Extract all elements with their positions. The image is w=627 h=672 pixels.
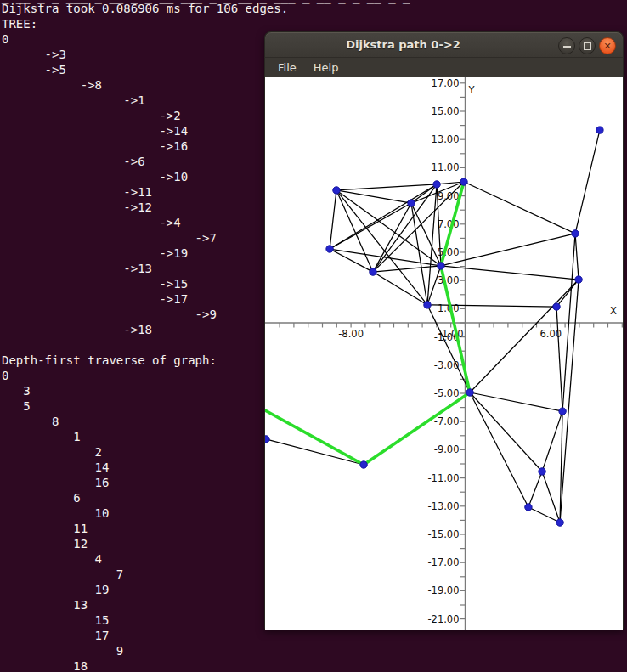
graph-edge <box>464 182 575 234</box>
y-tick-label: -9.00 <box>434 443 460 455</box>
graph-edge <box>470 280 579 392</box>
x-axis-letter: X <box>610 305 617 317</box>
menu-help[interactable]: Help <box>308 59 345 76</box>
graph-node <box>265 436 269 443</box>
x-tick-label: -8.00 <box>338 328 364 340</box>
graph-edge <box>336 190 411 203</box>
graph-node <box>572 230 579 237</box>
graph-edge <box>575 234 579 280</box>
graph-node <box>326 246 333 252</box>
graph-node <box>360 461 367 468</box>
graph-node <box>596 127 603 133</box>
y-tick-label: -13.00 <box>427 500 459 512</box>
graph-edge <box>330 190 336 249</box>
graph-edge <box>427 305 470 392</box>
y-tick-label: 17.00 <box>432 77 460 89</box>
graph-node <box>539 468 545 475</box>
graph-node <box>466 389 473 396</box>
y-tick-label: 15.00 <box>432 105 460 117</box>
menu-bar: File Help <box>264 57 624 77</box>
y-tick-label: 11.00 <box>432 161 460 173</box>
graph-node <box>333 187 340 194</box>
minimize-icon <box>563 46 571 48</box>
shortest-path-edge <box>265 401 364 465</box>
graph-node <box>525 504 532 511</box>
window-controls: ✕ <box>558 37 616 54</box>
graph-node <box>575 276 582 283</box>
y-axis-letter: Y <box>468 84 476 96</box>
graph-node <box>424 302 431 308</box>
graph-edge <box>542 411 562 472</box>
close-button[interactable]: ✕ <box>599 37 616 54</box>
graph-edge <box>528 472 542 507</box>
graph-canvas: -8.00-1.006.0017.0015.0013.0011.009.007.… <box>265 77 623 630</box>
graph-node <box>559 408 566 415</box>
graph-edge <box>266 439 364 465</box>
y-tick-label: -17.00 <box>427 556 459 568</box>
graph-edge <box>373 272 427 305</box>
dijkstra-window: Dijkstra path 0->2 ✕ File Help -8.00-1.0… <box>264 31 624 630</box>
maximize-button[interactable] <box>579 37 596 54</box>
maximize-icon <box>584 42 591 50</box>
graph-edge <box>373 184 437 272</box>
y-tick-label: -19.00 <box>427 584 459 596</box>
y-tick-label: -5.00 <box>434 387 460 399</box>
menu-file[interactable]: File <box>272 59 302 76</box>
graph-node <box>556 519 563 526</box>
y-tick-label: 9.00 <box>438 190 460 202</box>
graph-node <box>433 181 440 188</box>
y-tick-label: -7.00 <box>434 415 460 427</box>
graph-node <box>460 178 467 185</box>
graph-edge <box>330 184 437 249</box>
y-tick-label: 13.00 <box>432 133 460 145</box>
graph-edge <box>336 184 437 190</box>
window-titlebar[interactable]: Dijkstra path 0->2 ✕ <box>264 31 624 57</box>
graph-node <box>438 263 444 269</box>
plot-area: -8.00-1.006.0017.0015.0013.0011.009.007.… <box>265 77 623 630</box>
graph-edge <box>373 266 441 272</box>
graph-edge <box>441 266 579 280</box>
y-tick-label: 7.00 <box>438 218 460 230</box>
graph-edge <box>336 190 373 272</box>
graph-node <box>370 268 376 275</box>
graph-edge <box>575 130 600 234</box>
graph-edge <box>470 392 528 507</box>
graph-node <box>408 200 415 206</box>
graph-node <box>553 303 560 310</box>
minimize-button[interactable] <box>558 37 575 54</box>
window-title: Dijkstra path 0->2 <box>265 32 541 58</box>
graph-edge <box>427 184 437 305</box>
y-tick-label: -11.00 <box>427 472 459 484</box>
graph-edge <box>470 392 542 472</box>
y-tick-label: -3.00 <box>434 359 460 371</box>
y-tick-label: -15.00 <box>427 528 459 540</box>
graph-edge <box>336 190 441 266</box>
y-tick-label: -21.00 <box>427 613 459 625</box>
y-tick-label: 3.00 <box>438 274 460 286</box>
close-icon: ✕ <box>603 42 611 51</box>
terminal-output: Dijkstra took 0.086906 ms for 106 edges.… <box>2 1 288 672</box>
